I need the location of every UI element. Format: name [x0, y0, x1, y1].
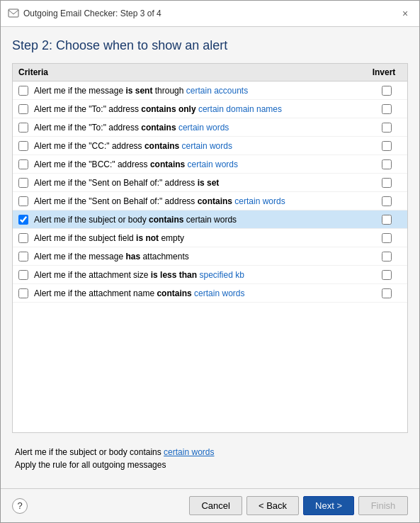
row-text-subject-body: Alert me if the subject or body contains…: [34, 215, 366, 225]
header-invert-label: Invert: [366, 67, 402, 77]
checkbox-has-attachments[interactable]: [18, 252, 28, 262]
cancel-button[interactable]: Cancel: [189, 496, 242, 515]
invert-checkbox-cc-contains[interactable]: [382, 141, 392, 151]
row-text-subject-empty: Alert me if the subject field is not emp…: [34, 233, 366, 243]
checkbox-subject-body[interactable]: [18, 215, 28, 225]
row-text-to-contains: Alert me if the "To:" address contains c…: [34, 123, 366, 133]
criteria-row-sent: Alert me if the message is sent through …: [13, 81, 407, 100]
criteria-table: Criteria Invert Alert me if the message …: [12, 63, 408, 433]
checkbox-to-contains[interactable]: [18, 123, 28, 133]
link-certain-accounts[interactable]: certain accounts: [186, 86, 248, 96]
checkbox-behalf-contains[interactable]: [18, 196, 28, 206]
description-link-certain-words[interactable]: certain words: [164, 447, 214, 457]
checkbox-subject-empty[interactable]: [18, 233, 28, 243]
invert-checkbox-bcc-contains[interactable]: [382, 159, 392, 169]
row-text-to-only: Alert me if the "To:" address contains o…: [34, 104, 366, 114]
description-text-before: Alert me if the subject or body contains: [15, 447, 164, 457]
link-bcc-words[interactable]: certain words: [188, 159, 238, 169]
window-title: Outgoing Email Checker: Step 3 of 4: [23, 9, 161, 18]
criteria-row-to-contains: Alert me if the "To:" address contains c…: [13, 118, 407, 137]
checkbox-attachment-size[interactable]: [18, 270, 28, 280]
description-line2: Apply the rule for all outgoing messages: [15, 459, 405, 471]
row-text-cc-contains: Alert me if the "CC:" address contains c…: [34, 141, 366, 151]
row-text-has-attachments: Alert me if the message has attachments: [34, 252, 366, 262]
row-text-behalf-contains: Alert me if the "Sent on Behalf of:" add…: [34, 196, 366, 206]
step-title: Step 2: Choose when to show an alert: [12, 38, 408, 53]
row-text-attachment-size: Alert me if the attachment size is less …: [34, 270, 366, 280]
checkbox-sent[interactable]: [18, 86, 28, 96]
criteria-row-attachment-name: Alert me if the attachment name contains…: [13, 284, 407, 303]
invert-checkbox-sent[interactable]: [382, 86, 392, 96]
back-button[interactable]: < Back: [246, 496, 299, 515]
next-button[interactable]: Next >: [303, 496, 354, 515]
link-specified-kb[interactable]: specified kb: [199, 270, 244, 280]
link-behalf-words[interactable]: certain words: [234, 196, 285, 206]
help-button[interactable]: ?: [12, 498, 28, 514]
link-domain-names[interactable]: certain domain names: [198, 104, 282, 114]
description-area: Alert me if the subject or body contains…: [12, 440, 408, 483]
criteria-row-subject-body: Alert me if the subject or body contains…: [13, 210, 407, 229]
row-text-attachment-name: Alert me if the attachment name contains…: [34, 288, 366, 298]
content-area: Step 2: Choose when to show an alert Cri…: [1, 27, 419, 488]
invert-checkbox-has-attachments[interactable]: [382, 252, 392, 262]
criteria-row-has-attachments: Alert me if the message has attachments: [13, 247, 407, 266]
description-line1: Alert me if the subject or body contains…: [15, 446, 405, 459]
table-header: Criteria Invert: [13, 64, 407, 81]
svg-rect-0: [8, 9, 18, 17]
link-cc-words[interactable]: certain words: [182, 141, 232, 151]
footer: ? Cancel < Back Next > Finish: [1, 488, 419, 522]
criteria-row-subject-empty: Alert me if the subject field is not emp…: [13, 229, 407, 247]
close-button[interactable]: ×: [398, 6, 412, 21]
invert-checkbox-to-contains[interactable]: [382, 123, 392, 133]
invert-checkbox-subject-empty[interactable]: [382, 233, 392, 243]
criteria-row-bcc-contains: Alert me if the "BCC:" address contains …: [13, 155, 407, 174]
checkbox-behalf-set[interactable]: [18, 178, 28, 188]
header-criteria-label: Criteria: [18, 67, 366, 77]
row-text-bcc-contains: Alert me if the "BCC:" address contains …: [34, 159, 366, 169]
invert-checkbox-behalf-set[interactable]: [382, 178, 392, 188]
row-text-behalf-set: Alert me if the "Sent on Behalf of:" add…: [34, 178, 366, 188]
finish-button[interactable]: Finish: [358, 496, 408, 515]
title-bar-left: Outgoing Email Checker: Step 3 of 4: [8, 8, 161, 19]
criteria-row-cc-contains: Alert me if the "CC:" address contains c…: [13, 137, 407, 155]
checkbox-bcc-contains[interactable]: [18, 159, 28, 169]
invert-checkbox-attachment-size[interactable]: [382, 270, 392, 280]
criteria-row-behalf-contains: Alert me if the "Sent on Behalf of:" add…: [13, 192, 407, 210]
criteria-row-behalf-set: Alert me if the "Sent on Behalf of:" add…: [13, 174, 407, 192]
checkbox-attachment-name[interactable]: [18, 288, 28, 298]
invert-checkbox-to-only[interactable]: [382, 104, 392, 114]
title-bar: Outgoing Email Checker: Step 3 of 4 ×: [1, 1, 419, 27]
main-window: Outgoing Email Checker: Step 3 of 4 × St…: [0, 0, 420, 523]
criteria-row-to-only: Alert me if the "To:" address contains o…: [13, 100, 407, 118]
criteria-row-attachment-size: Alert me if the attachment size is less …: [13, 266, 407, 284]
footer-right: Cancel < Back Next > Finish: [189, 496, 408, 515]
invert-checkbox-subject-body[interactable]: [382, 215, 392, 225]
row-text-sent: Alert me if the message is sent through …: [34, 86, 366, 96]
invert-checkbox-attachment-name[interactable]: [382, 288, 392, 298]
checkbox-cc-contains[interactable]: [18, 141, 28, 151]
app-icon: [8, 8, 19, 19]
link-to-words[interactable]: certain words: [178, 123, 229, 133]
checkbox-to-only[interactable]: [18, 104, 28, 114]
link-attachment-words[interactable]: certain words: [194, 288, 244, 298]
footer-left: ?: [12, 498, 28, 514]
invert-checkbox-behalf-contains[interactable]: [382, 196, 392, 206]
